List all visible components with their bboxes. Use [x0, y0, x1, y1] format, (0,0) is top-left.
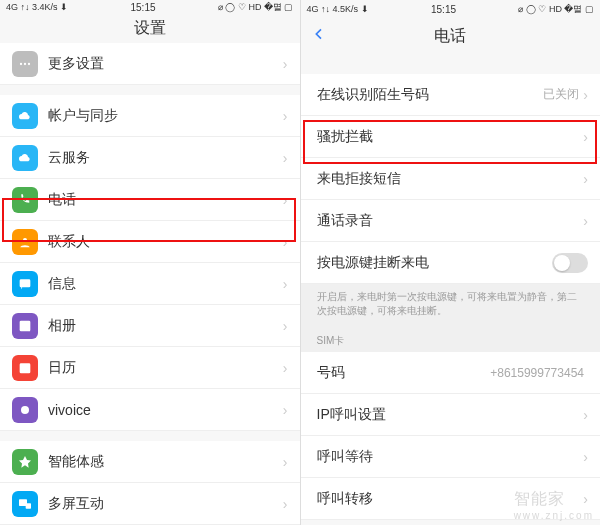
sim-row[interactable]: 号码+8615999773454: [301, 352, 601, 394]
phone-row[interactable]: 按电源键挂断来电: [301, 242, 601, 284]
chevron-left-icon: [311, 26, 327, 42]
row-label: 通话录音: [317, 212, 584, 230]
settings-row-voice[interactable]: vivoice›: [0, 389, 300, 431]
chevron-right-icon: ›: [583, 407, 588, 423]
chevron-right-icon: ›: [283, 192, 288, 208]
page-title: 设置: [134, 18, 166, 39]
row-label: 号码: [317, 364, 491, 382]
cloud-icon: [12, 103, 38, 129]
svg-rect-4: [20, 279, 31, 287]
chevron-right-icon: ›: [283, 276, 288, 292]
row-label: 多屏互动: [48, 495, 283, 513]
status-time: 15:15: [130, 2, 155, 13]
chevron-right-icon: ›: [583, 87, 588, 103]
settings-row-contact[interactable]: 联系人›: [0, 221, 300, 263]
row-label: 更多设置: [48, 55, 283, 73]
chevron-right-icon: ›: [283, 108, 288, 124]
settings-row-album[interactable]: 相册›: [0, 305, 300, 347]
row-label: 按电源键挂断来电: [317, 254, 553, 272]
row-label: 呼叫等待: [317, 448, 584, 466]
nav-bar: 电话: [301, 18, 601, 54]
row-label: 日历: [48, 359, 283, 377]
list-gap: [301, 54, 601, 74]
phone-row[interactable]: 骚扰拦截›: [301, 116, 601, 158]
chevron-right-icon: ›: [283, 234, 288, 250]
multi-icon: [12, 491, 38, 517]
list-gap: [0, 85, 300, 95]
cal-icon: [12, 355, 38, 381]
msg-icon: [12, 271, 38, 297]
status-left: 4G ↑↓ 3.4K/s ⬇: [6, 2, 68, 12]
sim-section-header: SIM卡: [301, 324, 601, 352]
row-value: +8615999773454: [490, 366, 584, 380]
svg-point-2: [28, 62, 30, 64]
settings-row-multi[interactable]: 多屏互动›: [0, 483, 300, 525]
status-bar: 4G ↑↓ 3.4K/s ⬇ 15:15 ⌀ ◯ ♡ HD �멸 ▢: [0, 0, 300, 14]
list-gap: [0, 431, 300, 441]
chevron-right-icon: ›: [283, 318, 288, 334]
nav-bar: 设置: [0, 14, 300, 43]
chevron-right-icon: ›: [283, 360, 288, 376]
power-hangup-toggle[interactable]: [552, 253, 588, 273]
chevron-right-icon: ›: [583, 449, 588, 465]
row-label: 智能体感: [48, 453, 283, 471]
chevron-right-icon: ›: [583, 129, 588, 145]
sim-row[interactable]: 呼叫等待›: [301, 436, 601, 478]
chevron-right-icon: ›: [283, 56, 288, 72]
svg-point-6: [22, 322, 25, 325]
chevron-right-icon: ›: [283, 454, 288, 470]
phone-list: 在线识别陌生号码已关闭›骚扰拦截›来电拒接短信›通话录音›按电源键挂断来电开启后…: [301, 54, 601, 525]
chevron-right-icon: ›: [583, 213, 588, 229]
row-label: 帐户与同步: [48, 107, 283, 125]
status-right: ⌀ ◯ ♡ HD �멸 ▢: [218, 1, 294, 14]
row-label: IP呼叫设置: [317, 406, 584, 424]
phone-pane: 4G ↑↓ 4.5K/s ⬇ 15:15 ⌀ ◯ ♡ HD �멸 ▢ 电话 在线…: [301, 0, 601, 525]
phone-row[interactable]: 来电拒接短信›: [301, 158, 601, 200]
settings-row-phone[interactable]: 电话›: [0, 179, 300, 221]
sim-row[interactable]: IP呼叫设置›: [301, 394, 601, 436]
chevron-right-icon: ›: [283, 150, 288, 166]
row-label: 信息: [48, 275, 283, 293]
svg-point-0: [20, 62, 22, 64]
row-label: 相册: [48, 317, 283, 335]
svg-point-8: [21, 406, 29, 414]
more-icon: [12, 51, 38, 77]
chevron-right-icon: ›: [283, 402, 288, 418]
svg-point-3: [23, 238, 27, 242]
row-label: 骚扰拦截: [317, 128, 584, 146]
row-label: 电话: [48, 191, 283, 209]
settings-row-cloud2[interactable]: 云服务›: [0, 137, 300, 179]
chevron-right-icon: ›: [283, 496, 288, 512]
sim-row[interactable]: 呼叫转移›: [301, 478, 601, 520]
settings-row-cloud[interactable]: 帐户与同步›: [0, 95, 300, 137]
phone-row[interactable]: 通话录音›: [301, 200, 601, 242]
settings-pane: 4G ↑↓ 3.4K/s ⬇ 15:15 ⌀ ◯ ♡ HD �멸 ▢ 设置 更多…: [0, 0, 300, 525]
settings-row-more[interactable]: 更多设置›: [0, 43, 300, 85]
chevron-right-icon: ›: [583, 491, 588, 507]
settings-row-cal[interactable]: 日历›: [0, 347, 300, 389]
back-button[interactable]: [311, 26, 327, 47]
settings-row-msg[interactable]: 信息›: [0, 263, 300, 305]
status-bar: 4G ↑↓ 4.5K/s ⬇ 15:15 ⌀ ◯ ♡ HD �멸 ▢: [301, 0, 601, 18]
voice-icon: [12, 397, 38, 423]
svg-rect-7: [20, 363, 31, 373]
settings-row-sense[interactable]: 智能体感›: [0, 441, 300, 483]
phone-icon: [12, 187, 38, 213]
svg-point-1: [24, 62, 26, 64]
status-left: 4G ↑↓ 4.5K/s ⬇: [307, 4, 369, 14]
row-label: 来电拒接短信: [317, 170, 584, 188]
row-label: vivoice: [48, 402, 283, 418]
chevron-right-icon: ›: [583, 171, 588, 187]
svg-rect-10: [26, 503, 31, 508]
hint-text: 开启后，来电时第一次按电源键，可将来电置为静音，第二次按电源键，可将来电挂断。: [301, 284, 601, 324]
phone-row[interactable]: 在线识别陌生号码已关闭›: [301, 74, 601, 116]
contact-icon: [12, 229, 38, 255]
status-time: 15:15: [431, 4, 456, 15]
page-title: 电话: [434, 26, 466, 47]
status-right: ⌀ ◯ ♡ HD �멸 ▢: [518, 3, 594, 16]
cloud2-icon: [12, 145, 38, 171]
album-icon: [12, 313, 38, 339]
row-label: 呼叫转移: [317, 490, 584, 508]
row-value: 已关闭: [543, 86, 579, 103]
sense-icon: [12, 449, 38, 475]
